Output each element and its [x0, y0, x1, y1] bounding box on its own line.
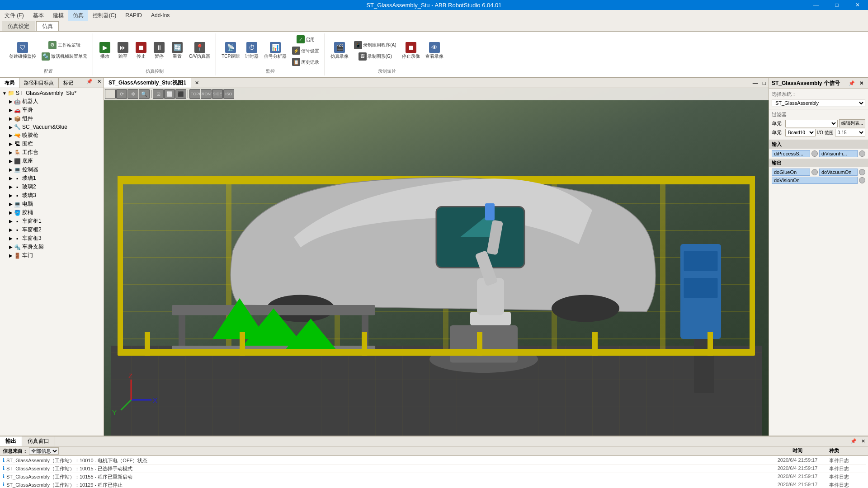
left-panel-pin[interactable]: 📌 [85, 79, 94, 87]
log-source-select[interactable]: 全部信息 [29, 447, 59, 455]
tree-item-glue-bucket[interactable]: ▶ 🪣 胶桶 [7, 208, 103, 217]
tree-item-base[interactable]: ▶ ⬛ 底座 [7, 157, 103, 165]
bottom-tab-output[interactable]: 输出 [0, 436, 22, 446]
expand-controller[interactable]: ▶ [8, 167, 14, 173]
tcp-trace-btn[interactable]: 📡 TCP跟踪 [220, 41, 241, 61]
vp-orbit-btn[interactable]: ⟳ [116, 89, 127, 99]
bottom-panel-pin[interactable]: 📌 [849, 438, 859, 444]
tree-item-worktable[interactable]: ▶ 🪑 工作台 [7, 148, 103, 157]
expand-computer[interactable]: ▶ [8, 202, 14, 207]
tree-item-glass2[interactable]: ▶ ▪ 玻璃2 [7, 183, 103, 191]
vp-front-btn[interactable]: FRONT [201, 89, 212, 99]
expand-root[interactable]: ▼ [2, 90, 7, 96]
input-signal-2-indicator[interactable] [859, 150, 865, 157]
right-panel-pin[interactable]: 📌 [847, 80, 857, 86]
vp-fit-btn[interactable]: ⊡ [153, 89, 164, 99]
tree-item-controller[interactable]: ▶ 💻 控制器 [7, 165, 103, 174]
maximize-button[interactable]: □ [826, 0, 847, 10]
menu-addins[interactable]: Add-Ins [146, 10, 174, 21]
tree-item-fence[interactable]: ▶ 🏗 围栏 [7, 140, 103, 148]
expand-frame1[interactable]: ▶ [8, 219, 14, 224]
ov-sim-btn[interactable]: 📍 O/V仿真器 [187, 41, 212, 61]
bottom-tab-simwindow[interactable]: 仿真窗口 [22, 436, 55, 446]
left-panel-close[interactable]: ✕ [95, 79, 103, 87]
expand-base[interactable]: ▶ [8, 159, 14, 164]
tree-item-frame2[interactable]: ▶ ▪ 车窗框2 [7, 225, 103, 234]
skip-btn[interactable]: ⏭ 跳至 [115, 41, 131, 61]
output-signal-3-indicator[interactable] [859, 177, 865, 183]
panel-tab-layout[interactable]: 布局 [0, 78, 19, 88]
expand-worktable[interactable]: ▶ [8, 150, 14, 155]
filter-edit-btn[interactable]: 编辑列表... [839, 119, 865, 127]
signal-analyzer-btn[interactable]: 📊 信号分析器 [262, 41, 288, 61]
viewport-maximize[interactable]: □ [761, 80, 768, 86]
tree-item-robots[interactable]: ▶ 🤖 机器人 [7, 97, 103, 106]
tree-item-carbody[interactable]: ▶ 🚗 车身 [7, 106, 103, 114]
expand-frame2[interactable]: ▶ [8, 227, 14, 233]
tree-item-gun[interactable]: ▶ 🔫 喷胶枪 [7, 131, 103, 140]
menu-rapid[interactable]: RAPID [121, 10, 146, 21]
ribbon-tab-sim-settings[interactable]: 仿真设定 [2, 21, 35, 31]
pause-btn[interactable]: ⏸ 暂停 [151, 41, 167, 61]
play-btn[interactable]: ▶ 播放 [97, 41, 113, 61]
expand-fence[interactable]: ▶ [8, 141, 14, 147]
view-record-btn[interactable]: 👁 查看录像 [424, 41, 445, 61]
vp-pan-btn[interactable]: ✥ [127, 89, 138, 99]
expand-body-support[interactable]: ▶ [8, 244, 14, 250]
menu-simulate[interactable]: 仿真 [68, 10, 88, 21]
enable-btn[interactable]: ✓ 启用 [290, 34, 321, 45]
tree-root[interactable]: ▼ 📁 ST_GlassAssembly_Stu* [1, 89, 103, 97]
expand-glass1[interactable]: ▶ [8, 176, 14, 181]
bottom-panel-close[interactable]: ✕ [859, 438, 867, 444]
viewport-minimize[interactable]: — [751, 80, 760, 86]
tree-item-door[interactable]: ▶ 🚪 车门 [7, 251, 103, 260]
output-signal-2-indicator[interactable] [859, 169, 865, 175]
viewport-tab-close[interactable]: ✕ [191, 79, 203, 87]
vp-iso-btn[interactable]: ISO [223, 89, 234, 99]
output-signal-1-name[interactable]: doGlueOn [772, 169, 810, 176]
system-select[interactable]: ST_GlassAssembly [772, 99, 865, 107]
expand-gun[interactable]: ▶ [8, 133, 14, 138]
minimize-button[interactable]: — [806, 0, 826, 10]
create-collision-btn[interactable]: 🛡 创建碰撞监控 [7, 41, 38, 61]
vp-shaded-btn[interactable]: ⬛ [175, 89, 186, 99]
expand-component[interactable]: ▶ [8, 116, 14, 122]
stop-record-btn[interactable]: ⏹ 停止录像 [400, 41, 422, 61]
tree-item-component[interactable]: ▶ 📦 组件 [7, 114, 103, 123]
workstation-logic-btn[interactable]: ⚙ 工作站逻辑 [40, 40, 89, 51]
signal-settings-btn[interactable]: ⚡ 信号设置 [290, 46, 321, 56]
input-signal-1-name[interactable]: diProcessS... [772, 150, 810, 157]
stop-btn[interactable]: ⏹ 停止 [133, 41, 149, 61]
menu-basic[interactable]: 基本 [28, 10, 48, 21]
vp-side-btn[interactable]: SIDE [212, 89, 223, 99]
filter-board-select[interactable]: Board10 [785, 129, 816, 136]
reset-btn[interactable]: 🔄 重置 [169, 41, 185, 61]
menu-file[interactable]: 文件 (F) [0, 10, 28, 21]
tree-item-body-support[interactable]: ▶ 🔩 车身支架 [7, 243, 103, 251]
right-panel-close[interactable]: ✕ [858, 80, 865, 86]
tree-item-frame3[interactable]: ▶ ▪ 车窗框3 [7, 234, 103, 243]
filter-range-select[interactable]: 0-15 [835, 129, 865, 136]
output-signal-2-name[interactable]: doVacuumOn [819, 169, 858, 176]
output-signal-1-indicator[interactable] [811, 169, 818, 175]
history-btn[interactable]: 📋 历史记录 [290, 57, 321, 67]
tree-item-glass1[interactable]: ▶ ▪ 玻璃1 [7, 174, 103, 183]
tree-item-computer[interactable]: ▶ 💻 电脑 [7, 200, 103, 208]
ribbon-tab-sim[interactable]: 仿真 [36, 21, 59, 31]
output-signal-3-name[interactable]: doVisionOn [772, 177, 858, 184]
close-button[interactable]: ✕ [847, 0, 868, 10]
timer-btn[interactable]: ⏱ 计时器 [243, 41, 260, 61]
expand-carbody[interactable]: ▶ [8, 108, 14, 113]
tree-item-sc[interactable]: ▶ 🔧 SC_Vacuum&Glue [7, 123, 103, 131]
input-signal-2-name[interactable]: diVisionFi... [819, 150, 858, 157]
expand-glass3[interactable]: ▶ [8, 193, 14, 198]
vp-cursor-btn[interactable]: ↖ [105, 89, 116, 99]
sim-record-btn[interactable]: 🎬 仿真录像 [329, 41, 350, 61]
expand-door[interactable]: ▶ [8, 253, 14, 258]
tree-item-glass3[interactable]: ▶ ▪ 玻璃3 [7, 191, 103, 200]
record-app-btn[interactable]: 📱 录制应用程序(A) [352, 40, 398, 51]
expand-frame3[interactable]: ▶ [8, 236, 14, 241]
expand-glass2[interactable]: ▶ [8, 184, 14, 190]
record-graphic-btn[interactable]: 🖼 录制图形(G) [352, 52, 398, 62]
menu-model[interactable]: 建模 [48, 10, 68, 21]
